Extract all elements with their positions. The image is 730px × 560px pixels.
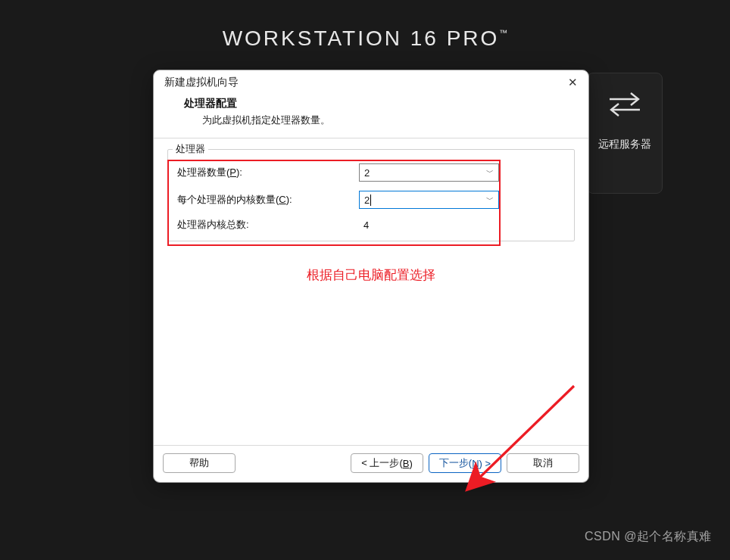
processor-group: 处理器 处理器数量(P): 2 ﹀ 每个处理器的内核数量(C): 2 ﹀ (167, 149, 575, 241)
watermark-text: CSDN @起个名称真难 (585, 529, 712, 545)
row-processor-count: 处理器数量(P): 2 ﹀ (177, 163, 565, 182)
tile-remote-server[interactable]: 远程服务器 (587, 73, 663, 194)
total-cores-value: 4 (359, 219, 369, 231)
group-label: 处理器 (173, 142, 208, 156)
cores-per-processor-select[interactable]: 2 ﹀ (359, 191, 499, 209)
text-caret (370, 194, 371, 206)
help-button[interactable]: 帮助 (163, 453, 236, 473)
dialog-titlebar: 新建虚拟机向导 ✕ (154, 70, 588, 94)
back-button[interactable]: < 上一步(B) (351, 453, 423, 473)
dialog-body: 处理器 处理器数量(P): 2 ﹀ 每个处理器的内核数量(C): 2 ﹀ (154, 138, 588, 445)
swap-arrows-icon (588, 92, 662, 120)
dialog-title: 新建虚拟机向导 (164, 76, 239, 89)
label-cores-per-processor: 每个处理器的内核数量(C): (177, 193, 359, 207)
dialog-footer: 帮助 < 上一步(B) 下一步(N) > 取消 (154, 445, 588, 482)
close-icon: ✕ (568, 76, 578, 89)
branding-tm: ™ (499, 28, 507, 37)
branding-light: PRO (438, 26, 499, 50)
processor-count-select[interactable]: 2 ﹀ (359, 163, 499, 182)
row-total-cores: 处理器内核总数: 4 (177, 218, 565, 232)
row-cores-per-processor: 每个处理器的内核数量(C): 2 ﹀ (177, 191, 565, 209)
close-button[interactable]: ✕ (566, 76, 579, 89)
branding-bold: WORKSTATION 16 (223, 26, 438, 50)
new-vm-wizard-dialog: 新建虚拟机向导 ✕ 处理器配置 为此虚拟机指定处理器数量。 处理器 处理器数量(… (153, 70, 589, 483)
chevron-down-icon: ﹀ (486, 167, 494, 178)
chevron-down-icon: ﹀ (486, 194, 494, 205)
processor-count-value: 2 (364, 167, 370, 179)
cores-value: 2 (364, 194, 370, 206)
dialog-header: 处理器配置 为此虚拟机指定处理器数量。 (154, 94, 588, 138)
header-title: 处理器配置 (184, 97, 579, 110)
header-subtitle: 为此虚拟机指定处理器数量。 (202, 114, 579, 127)
tile-label: 远程服务器 (588, 138, 662, 151)
cancel-button[interactable]: 取消 (507, 453, 579, 473)
annotation-hint-text: 根据自己电脑配置选择 (154, 267, 588, 284)
label-processor-count: 处理器数量(P): (177, 166, 359, 179)
next-button[interactable]: 下一步(N) > (429, 453, 501, 473)
label-total-cores: 处理器内核总数: (177, 218, 359, 232)
app-branding: WORKSTATION 16 PRO™ (0, 26, 730, 51)
